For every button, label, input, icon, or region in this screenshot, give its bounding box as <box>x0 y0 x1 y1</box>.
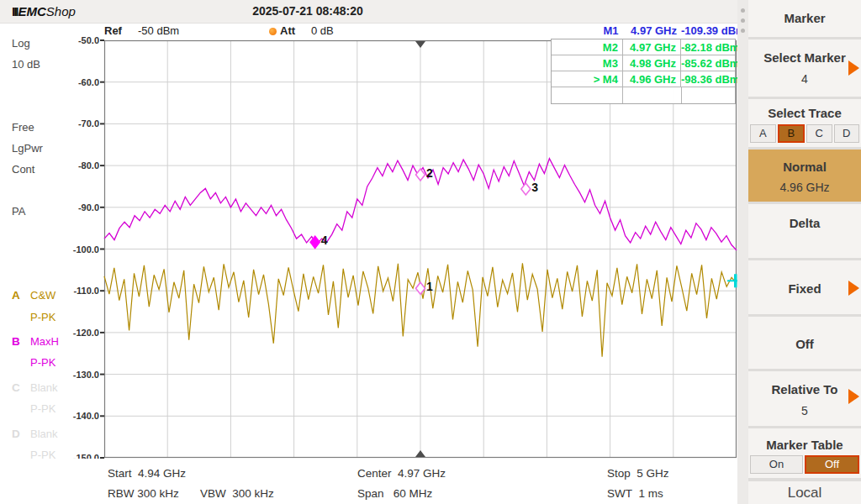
chart-marker-label-4: 4 <box>321 234 328 247</box>
trace-mode: Blank <box>30 381 58 394</box>
m1-frequency: 4.97 GHz <box>622 24 681 39</box>
trace-option-c[interactable]: C <box>806 124 832 143</box>
center-freq-top-marker-icon <box>415 41 425 48</box>
marker-off-button[interactable]: Off <box>748 317 861 369</box>
m1-amplitude: -109.39 dBm <box>681 24 735 39</box>
marker-table-empty-row <box>552 87 735 103</box>
trace-detector: P-PK <box>30 356 55 369</box>
trace-option-b[interactable]: B <box>778 124 806 143</box>
marker-table-option-on[interactable]: On <box>750 455 803 474</box>
stop-frequency: Stop 5 GHz <box>607 467 669 480</box>
trace-legend-row: CBlank <box>0 381 104 398</box>
grip-dot-icon <box>741 8 745 13</box>
marker-amplitude: -85.62 dBm <box>681 55 735 71</box>
marker-fixed-button[interactable]: Fixed <box>748 260 861 314</box>
span-label: Span <box>357 487 384 500</box>
top-bar: IIIEMCShop 2025-07-21 08:48:20 <box>0 0 738 24</box>
select-trace-label: Select Trace <box>748 99 861 120</box>
trace-mode: C&W <box>30 289 55 302</box>
y-axis-tick-label: -50.0 <box>55 35 99 45</box>
center-freq-bottom-marker-icon <box>415 450 425 457</box>
left-sidebar: Log 10 dB Free LgPwr Cont PA AC&WP-PKBMa… <box>0 24 104 504</box>
marker-table-toggle: OnOff <box>748 455 861 474</box>
stop-value: 5 GHz <box>637 467 668 480</box>
marker-amplitude: -98.36 dBm <box>681 71 735 87</box>
trace-legend-row: BMaxH <box>0 335 104 352</box>
marker-table-section: Marker Table OnOff <box>748 428 861 478</box>
select-marker-button[interactable]: Select Marker 4 <box>748 39 861 97</box>
ref-value: -50 dBm <box>138 24 179 37</box>
off-label: Off <box>748 317 861 351</box>
start-label: Start <box>108 467 132 480</box>
chart-marker-2[interactable] <box>416 169 425 181</box>
trace-legend-row: DBlank <box>0 428 104 444</box>
normal-value: 4.96 GHz <box>748 174 861 194</box>
att-indicator-icon <box>269 28 277 35</box>
marker-name: M3 <box>552 55 623 71</box>
trace-option-d[interactable]: D <box>834 124 860 143</box>
span-value: 60 MHz <box>394 487 433 500</box>
marker-frequency: 4.96 GHz <box>623 71 681 87</box>
chart-marker-3[interactable] <box>521 183 531 195</box>
trace-detector: P-PK <box>30 311 55 323</box>
preamp-label: PA <box>12 205 25 218</box>
trace-option-a[interactable]: A <box>750 124 776 143</box>
center-value: 4.97 GHz <box>398 467 446 480</box>
marker-frequency: 4.97 GHz <box>623 39 681 55</box>
start-value: 4.94 GHz <box>138 467 186 480</box>
marker-table-row: M24.97 GHz-82.18 dBm <box>552 39 735 55</box>
softkey-panel: Marker Select Marker 4 Select Trace ABCD… <box>748 0 861 504</box>
y-axis-tick-label: -100.0 <box>55 244 99 255</box>
submenu-arrow-icon <box>848 60 859 76</box>
select-marker-label: Select Marker <box>748 39 861 65</box>
y-axis-tick-label: -60.0 <box>55 77 99 87</box>
scale-per-div: 10 dB <box>12 58 40 71</box>
vbw-value: 300 kHz <box>232 487 274 500</box>
chart-marker-4[interactable] <box>310 236 320 248</box>
rbw-label: RBW <box>108 487 135 500</box>
panel-drag-strip[interactable] <box>737 0 748 504</box>
delta-label: Delta <box>748 204 861 230</box>
marker-table: M24.97 GHz-82.18 dBmM34.98 GHz-85.62 dBm… <box>551 39 736 104</box>
trace-letter: A <box>12 289 20 302</box>
right-edge-tick-icon <box>734 274 737 287</box>
bottom-status-bar: Start 4.94 GHz Center 4.97 GHz Stop 5 GH… <box>0 459 737 504</box>
y-axis-tick-label: -110.0 <box>55 286 99 296</box>
amplitude-scale-type: Log <box>12 37 30 50</box>
marker-table-label: Marker Table <box>748 428 861 452</box>
y-axis-tick-label: -120.0 <box>55 328 99 338</box>
y-axis-tick-label: -80.0 <box>55 160 99 171</box>
trace-legend-row: P-PK <box>0 311 104 328</box>
chart-marker-label-2: 2 <box>426 166 433 180</box>
att-value: 0 dB <box>311 24 334 37</box>
m1-name: M1 <box>551 24 622 39</box>
relative-to-label: Relative To <box>748 371 861 396</box>
swt-label: SWT <box>607 487 632 500</box>
rbw-value: 300 kHz <box>137 487 179 500</box>
select-trace-section: Select Trace ABCD <box>748 99 861 147</box>
vbw-label: VBW <box>200 487 226 500</box>
marker-name: M2 <box>552 39 623 55</box>
trace-letter: D <box>12 428 20 440</box>
grip-dot-icon <box>741 18 745 23</box>
local-button[interactable]: Local <box>748 481 861 504</box>
relative-to-button[interactable]: Relative To 5 <box>748 371 861 426</box>
submenu-arrow-icon <box>848 281 859 296</box>
sweep-mode: Cont <box>12 163 34 176</box>
swt-value: 1 ms <box>639 487 663 500</box>
trace-mode: MaxH <box>30 335 59 348</box>
rbw-setting: RBW 300 kHz <box>108 487 179 500</box>
chart-marker-label-1: 1 <box>426 280 433 293</box>
stop-label: Stop <box>607 467 631 480</box>
marker-normal-button[interactable]: Normal 4.96 GHz <box>748 150 861 202</box>
trace-letter: C <box>12 381 20 394</box>
select-marker-value: 4 <box>748 65 861 86</box>
marker-delta-button[interactable]: Delta <box>748 204 861 258</box>
trace-mode: Blank <box>30 428 58 440</box>
y-axis-tick-label: -130.0 <box>55 370 99 380</box>
span-setting: Span 60 MHz <box>357 487 432 500</box>
marker-name: > M4 <box>552 71 623 87</box>
marker-table-option-off[interactable]: Off <box>805 455 859 474</box>
y-axis-tick-label: -90.0 <box>55 202 99 213</box>
timestamp: 2025-07-21 08:48:20 <box>0 4 615 18</box>
